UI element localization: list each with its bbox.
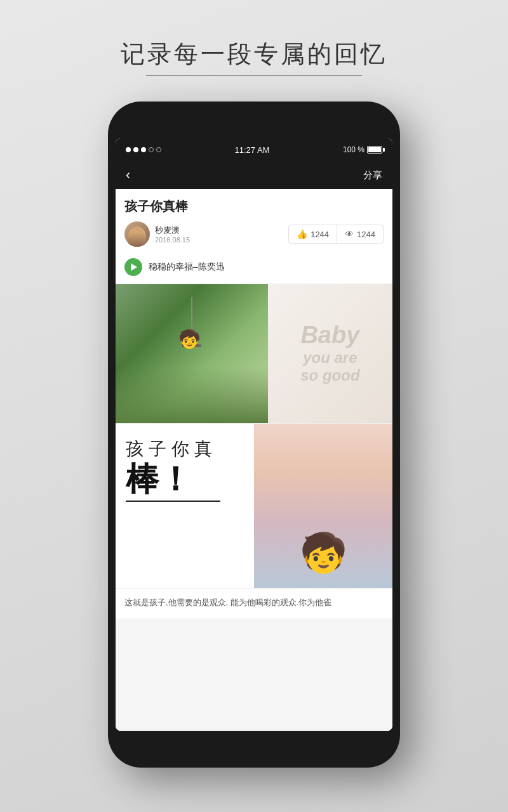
baby-text-line2: you are (300, 349, 359, 367)
signal-dot-3 (141, 147, 146, 152)
phone-screen: 11:27 AM 100 % ‹ 分享 孩子你真棒 (116, 138, 392, 731)
status-bar: 11:27 AM 100 % (116, 138, 392, 161)
battery-fill (368, 147, 381, 152)
view-count: 1244 (357, 230, 375, 239)
signal-dot-2 (133, 147, 138, 152)
avatar-figure (128, 226, 146, 247)
view-stat: 👁 1244 (337, 226, 383, 242)
like-stat: 👍 1244 (289, 226, 337, 242)
baby-text-overlay: Baby you are so good (300, 322, 359, 385)
swing-child-figure: 🧒 (178, 329, 201, 350)
author-text: 秒麦澳 2016.08.15 (155, 225, 190, 244)
status-time: 11:27 AM (235, 145, 270, 155)
phone-shell: 11:27 AM 100 % ‹ 分享 孩子你真棒 (108, 102, 400, 768)
caption-area: 这就是孩子,他需要的是观众, 能为他喝彩的观众.你为他雀 (116, 588, 392, 619)
author-name: 秒麦澳 (155, 225, 190, 236)
zh-text-line2: 棒！ (126, 462, 244, 495)
baby-text-line3: so good (300, 367, 359, 385)
author-date: 2016.08.15 (155, 236, 190, 244)
tagline-underline (146, 75, 362, 76)
music-title: 稳稳的幸福–陈奕迅 (149, 261, 225, 273)
share-button[interactable]: 分享 (363, 169, 382, 181)
post-meta: 秒麦澳 2016.08.15 👍 1244 👁 (124, 221, 384, 247)
signal-dot-4 (149, 147, 154, 152)
content-area: 孩子你真棒 秒麦澳 2016.08.15 (116, 189, 392, 731)
post-header: 孩子你真棒 秒麦澳 2016.08.15 (116, 189, 392, 253)
avatar (124, 221, 150, 247)
author-info: 秒麦澳 2016.08.15 (124, 221, 190, 247)
like-count: 1244 (311, 230, 329, 239)
baby-text-image: Baby you are so good (268, 284, 392, 423)
post-card: 孩子你真棒 秒麦澳 2016.08.15 (116, 189, 392, 619)
child-photo: 🧒 (254, 424, 392, 588)
status-battery: 100 % (343, 145, 382, 154)
back-button[interactable]: ‹ (126, 168, 130, 182)
swing-bg (116, 367, 268, 423)
caption-text: 这就是孩子,他需要的是观众, 能为他喝彩的观众.你为他雀 (124, 595, 384, 610)
swing-image: 🧒 (116, 284, 268, 423)
text-block: 孩子你真 棒！ (116, 424, 254, 588)
signal-dot-5 (156, 147, 161, 152)
signal-dot-1 (126, 147, 131, 152)
page-tagline: 记录每一段专属的回忆 (0, 38, 508, 70)
view-icon: 👁 (345, 229, 354, 239)
post-stats: 👍 1244 👁 1244 (288, 225, 384, 244)
zh-text-line1: 孩子你真 (126, 436, 244, 461)
image-section-2: 孩子你真 棒！ 🧒 (116, 423, 392, 588)
image-section-1: 🧒 Baby you are so good (116, 284, 392, 423)
battery-percent: 100 % (343, 145, 364, 154)
baby-text-line1: Baby (300, 322, 359, 349)
battery-icon (367, 146, 382, 154)
post-title: 孩子你真棒 (124, 198, 384, 215)
play-triangle-icon (131, 263, 137, 271)
nav-bar: ‹ 分享 (116, 161, 392, 189)
child-figure-icon: 🧒 (300, 530, 347, 575)
text-underline-bar (126, 501, 220, 502)
like-icon: 👍 (297, 229, 307, 239)
signal-dots (126, 147, 161, 152)
music-play-button[interactable] (124, 258, 142, 276)
music-player[interactable]: 稳稳的幸福–陈奕迅 (124, 258, 384, 276)
